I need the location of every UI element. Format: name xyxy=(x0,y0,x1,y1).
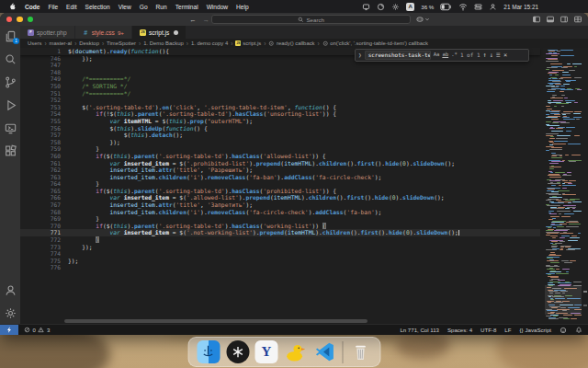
notifications-bell-icon[interactable] xyxy=(575,327,582,334)
code-line[interactable]: 749 /*==========*/ xyxy=(20,75,540,83)
code-line[interactable]: 768 inserted_item.children('i').removeCl… xyxy=(20,209,540,216)
run-debug-icon[interactable] xyxy=(3,98,17,112)
remote-indicator[interactable] xyxy=(0,325,18,336)
breadcrumb-item[interactable]: 1. Demo Backup xyxy=(143,40,184,46)
find-input[interactable]: screenshots-task-text xyxy=(365,51,431,60)
account-icon[interactable] xyxy=(3,282,17,297)
menu-item-terminal[interactable]: Terminal xyxy=(175,4,198,10)
breadcrumb-item[interactable]: master-al xyxy=(50,40,73,46)
dock-vscode-icon[interactable] xyxy=(313,340,337,364)
code-line[interactable]: 754 if(!$(this).parent('.sorting-table-t… xyxy=(20,110,540,118)
menu-item-code[interactable]: Code xyxy=(25,4,40,10)
command-center-search[interactable]: Search xyxy=(211,15,411,24)
code-line[interactable]: 758 }); xyxy=(20,139,540,146)
nav-forward-button[interactable]: → xyxy=(203,16,210,24)
nav-back-button[interactable]: ← xyxy=(189,16,197,24)
display-menulet-icon[interactable] xyxy=(362,3,370,11)
menu-item-edit[interactable]: Edit xyxy=(66,4,76,10)
match-case-icon[interactable]: Aa xyxy=(434,52,440,59)
menu-item-file[interactable]: File xyxy=(48,4,58,10)
code-line[interactable]: 752 xyxy=(20,97,540,104)
apple-menu-icon[interactable] xyxy=(6,2,18,11)
close-window-button[interactable] xyxy=(6,17,12,22)
code-line[interactable]: 755 var itemHTML = $(this).prop("outerHT… xyxy=(20,118,540,125)
menu-item-run[interactable]: Run xyxy=(156,4,167,10)
language-mode[interactable]: {}JavaScript xyxy=(519,327,551,333)
whole-word-icon[interactable]: ab xyxy=(442,52,448,59)
eol[interactable]: LF xyxy=(504,327,511,333)
previous-match-button[interactable]: ↑ xyxy=(483,52,487,59)
breadcrumb[interactable]: Users›master-al›Desktop›TimeSpotter›1. D… xyxy=(20,39,588,48)
code-line[interactable]: 764 } xyxy=(20,180,540,188)
find-in-selection-icon[interactable]: ☰ xyxy=(496,52,501,59)
wifi-icon[interactable] xyxy=(458,3,468,11)
code-line[interactable]: 776 xyxy=(20,264,540,271)
code-line[interactable]: 748 xyxy=(20,69,540,76)
toggle-secondary-sidebar-button[interactable] xyxy=(560,15,569,24)
code-line[interactable]: 763 inserted_item.children('i').removeCl… xyxy=(20,174,540,181)
code-line[interactable]: 762 inserted_item.attr('title', 'Разреши… xyxy=(20,167,540,174)
menu-item-window[interactable]: Window xyxy=(207,4,228,10)
user-switch-icon[interactable] xyxy=(489,3,497,11)
toggle-panel-button[interactable] xyxy=(546,15,555,24)
code-line[interactable]: 750 /* SORTING */ xyxy=(20,83,540,90)
menubar-clock[interactable]: 21 Mar 15:21 xyxy=(503,4,538,10)
code-line[interactable]: 756 $(this).slideUp(function() { xyxy=(20,125,540,132)
code-line[interactable]: 773 }); xyxy=(20,244,540,251)
toggle-replace-icon[interactable]: ❯ xyxy=(358,52,362,59)
window-titlebar[interactable]: ← → Search xyxy=(0,13,588,26)
cursor-position[interactable]: Ln 771, Col 113 xyxy=(400,327,439,333)
code-line[interactable]: 766 var inserted_item = $('.allowed-list… xyxy=(20,194,540,201)
problems-status[interactable]: 0 3 xyxy=(24,327,50,333)
minimize-window-button[interactable] xyxy=(17,17,22,22)
code-line[interactable]: 761 var inserted_item = $('.prohibited-l… xyxy=(20,160,540,167)
breadcrumb-item[interactable]: JSscript.js xyxy=(235,40,261,46)
assistant-menulet-icon[interactable] xyxy=(377,3,385,11)
feedback-icon[interactable] xyxy=(560,327,567,334)
regex-icon[interactable]: .* xyxy=(451,52,458,59)
close-find-icon[interactable]: × xyxy=(503,52,507,59)
toggle-primary-sidebar-button[interactable] xyxy=(532,15,541,24)
code-line[interactable]: 767 inserted_item.attr('title', 'Запрети… xyxy=(20,201,540,209)
tab-script-js[interactable]: JSscript.js xyxy=(132,26,187,39)
breadcrumb-item[interactable]: Desktop xyxy=(79,40,99,46)
breadcrumb-item[interactable]: TimeSpotter xyxy=(107,40,136,46)
customize-layout-button[interactable] xyxy=(573,15,582,24)
breadcrumb-item[interactable]: on('click', '.sorting-table-td-item') ca… xyxy=(322,40,428,47)
breadcrumb-item[interactable]: Users xyxy=(28,40,41,46)
code-line[interactable]: 775}); xyxy=(20,258,540,265)
minimap[interactable] xyxy=(545,48,582,320)
code-line[interactable]: 757 $(this).detach(); xyxy=(20,132,540,139)
battery-icon[interactable] xyxy=(440,3,452,11)
input-source-icon[interactable]: A xyxy=(406,3,414,11)
dock-trash-icon[interactable] xyxy=(349,340,373,364)
menu-item-go[interactable]: Go xyxy=(140,4,148,10)
explorer-icon[interactable]: 1 xyxy=(3,29,17,43)
menu-item-selection[interactable]: Selection xyxy=(85,4,109,10)
dock-cyberduck-icon[interactable] xyxy=(284,340,308,364)
code-line[interactable]: 753 $('.sorting-table-td').on('click', '… xyxy=(20,104,540,111)
extensions-icon[interactable] xyxy=(3,144,17,158)
menu-item-view[interactable]: View xyxy=(119,4,131,10)
code-line[interactable]: 770 if($(this).parent('.sorting-table-td… xyxy=(20,223,540,230)
dock-yandex-browser-icon[interactable]: Y xyxy=(255,340,278,363)
copilot-menu-button[interactable] xyxy=(415,15,430,24)
code-editor[interactable]: 746 });747748749 /*==========*/750 /* SO… xyxy=(20,48,588,324)
encoding[interactable]: UTF-8 xyxy=(481,327,496,333)
breadcrumb-item[interactable]: ready() callback xyxy=(268,40,314,47)
next-match-button[interactable]: ↓ xyxy=(490,52,493,59)
remote-explorer-icon[interactable] xyxy=(3,121,17,135)
breadcrumb-item[interactable]: 1. demo copy 4 xyxy=(191,40,228,46)
dock-finder-icon[interactable] xyxy=(197,340,220,364)
zoom-window-button[interactable] xyxy=(28,17,33,22)
settings-gear-icon[interactable] xyxy=(3,305,17,320)
code-line[interactable]: 760 if($(this).parent('.sorting-table-td… xyxy=(20,153,540,160)
code-line[interactable]: 747 xyxy=(20,62,540,69)
indentation[interactable]: Spaces: 4 xyxy=(447,327,472,333)
dock-chatgpt-icon[interactable] xyxy=(226,340,250,364)
code-line[interactable]: 774 xyxy=(20,250,540,258)
code-line[interactable]: 771 var inserted_item = $('.not-working-… xyxy=(20,229,540,236)
code-line[interactable]: 769 } xyxy=(20,215,540,223)
tab-style-css[interactable]: #style.css9+ xyxy=(75,26,132,39)
tab-spotter-php[interactable]: Pspotter.php xyxy=(20,26,75,39)
